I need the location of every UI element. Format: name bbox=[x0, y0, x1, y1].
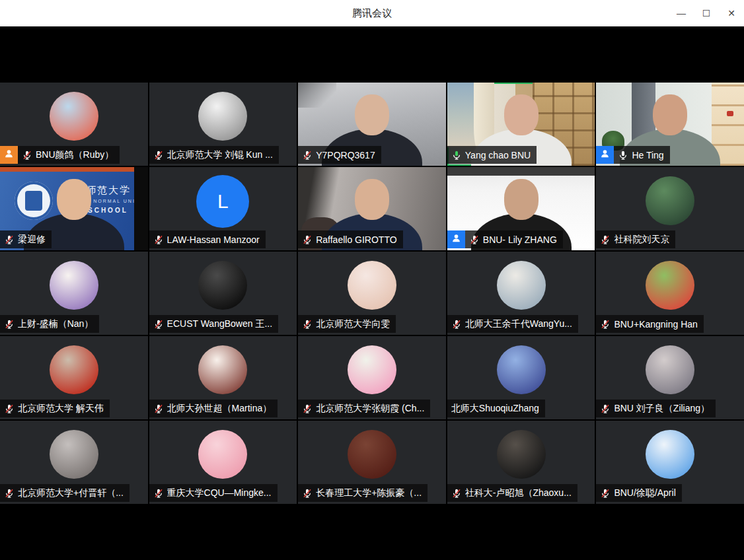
participant-avatar bbox=[348, 430, 396, 479]
user-badge bbox=[447, 230, 465, 248]
participant-label-bar: BNU颜鸽（Ruby） bbox=[0, 146, 120, 164]
participant-nameplate: 北京师范大学+付晋轩（... bbox=[0, 484, 130, 502]
participant-nameplate: BNU+Kangning Han bbox=[596, 315, 703, 333]
participant-name: 上财-盛楠（Nan） bbox=[18, 318, 93, 330]
participant-avatar bbox=[646, 430, 694, 479]
maximize-button[interactable]: ☐ bbox=[694, 0, 719, 26]
participant-label-bar: 长春理工大学+陈振豪（... bbox=[298, 484, 428, 502]
participant-label-bar: 社科大-卢昭旭（Zhaoxu... bbox=[447, 484, 577, 502]
participant-tile[interactable]: 北京师范大学向雯 bbox=[298, 252, 446, 335]
participant-nameplate: 上财-盛楠（Nan） bbox=[0, 315, 99, 333]
participant-nameplate: 北师大孙世超（Martina） bbox=[149, 400, 278, 417]
participant-tile[interactable]: 北京师范大学 刘锟 Kun ... bbox=[149, 83, 297, 166]
video-feed-face bbox=[504, 179, 539, 220]
participant-tile[interactable]: BNU/徐聪/April bbox=[596, 421, 744, 504]
participant-nameplate: 社科大-卢昭旭（Zhaoxu... bbox=[447, 484, 577, 502]
participant-avatar bbox=[646, 176, 694, 225]
minimize-button[interactable]: — bbox=[669, 0, 694, 26]
participant-tile[interactable]: 社科院刘天京 bbox=[596, 167, 744, 250]
participant-label-bar: BNU/徐聪/April bbox=[596, 484, 681, 502]
mic-muted-icon bbox=[600, 234, 611, 245]
host-badge bbox=[0, 146, 18, 164]
participant-label-bar: Yang chao BNU bbox=[447, 146, 537, 164]
participant-tile[interactable]: BNU- Lily ZHANG bbox=[447, 167, 595, 250]
participant-name: 北京师范大学+付晋轩（... bbox=[18, 487, 124, 499]
user-badge bbox=[596, 146, 614, 164]
participant-label-bar: 社科院刘天京 bbox=[596, 230, 675, 248]
participant-tile[interactable]: He Ting bbox=[596, 83, 744, 166]
participant-nameplate: LAW-Hassan Manzoor bbox=[149, 230, 266, 248]
mic-muted-icon bbox=[469, 234, 480, 245]
title-bar: 腾讯会议 — ☐ ✕ bbox=[0, 0, 744, 26]
participant-tile[interactable]: 北京师范大学 解天伟 bbox=[0, 336, 148, 419]
participant-tile[interactable]: 北京师范大学 法學院BEIJING NORMAL UNIVERSITYLAW S… bbox=[0, 167, 148, 250]
mic-muted-icon bbox=[600, 488, 611, 499]
participant-label-bar: Y7PQRQ3617 bbox=[298, 146, 381, 164]
video-feed-face bbox=[57, 179, 91, 220]
participant-label-bar: BNU- Lily ZHANG bbox=[447, 230, 563, 248]
video-feed-face bbox=[653, 94, 687, 135]
participant-avatar bbox=[198, 261, 247, 310]
participant-name: BNU颜鸽（Ruby） bbox=[36, 149, 114, 161]
participant-tile[interactable]: Yang chao BNU bbox=[447, 83, 595, 166]
mic-muted-icon bbox=[4, 319, 15, 330]
participant-name: BNU- Lily ZHANG bbox=[483, 234, 557, 245]
mic-muted-icon bbox=[302, 403, 313, 414]
red-figurine bbox=[727, 111, 733, 116]
participant-avatar bbox=[198, 430, 247, 479]
participant-avatar bbox=[50, 261, 98, 310]
banner-top-strip bbox=[0, 167, 148, 172]
mic-muted-icon bbox=[153, 319, 164, 330]
participant-tile[interactable]: 北师大ShuoqiuZhang bbox=[447, 336, 595, 419]
participant-name: 梁迎修 bbox=[18, 234, 46, 246]
participant-tile[interactable]: 重庆大学CQU—Mingke... bbox=[149, 421, 297, 504]
participant-label-bar: 北京师范大学向雯 bbox=[298, 315, 396, 333]
participant-name: 北师大王余千代WangYu... bbox=[465, 318, 572, 330]
participant-name: 社科大-卢昭旭（Zhaoxu... bbox=[465, 487, 572, 499]
participant-name: 北京师范大学张朝霞 (Ch... bbox=[316, 403, 424, 415]
participant-nameplate: BNU/徐聪/April bbox=[596, 484, 681, 502]
participant-label-bar: 北京师范大学 解天伟 bbox=[0, 400, 110, 417]
participant-tile[interactable]: BNU 刘子良（Ziliang） bbox=[596, 336, 744, 419]
participant-tile[interactable]: 北师大孙世超（Martina） bbox=[149, 336, 297, 419]
participant-tile[interactable]: BNU颜鸽（Ruby） bbox=[0, 83, 148, 166]
participant-tile[interactable]: 北师大王余千代WangYu... bbox=[447, 252, 595, 335]
participant-name: 北京师范大学向雯 bbox=[316, 318, 390, 330]
participant-nameplate: 梁迎修 bbox=[0, 230, 52, 248]
mic-muted-icon bbox=[22, 150, 32, 160]
participant-tile[interactable]: ECUST WangBowen 王... bbox=[149, 252, 297, 335]
logo-seal bbox=[25, 191, 42, 211]
person-icon bbox=[3, 148, 15, 162]
close-button[interactable]: ✕ bbox=[719, 0, 744, 26]
participant-label-bar: BNU 刘子良（Ziliang） bbox=[596, 400, 716, 417]
participant-tile[interactable]: 社科大-卢昭旭（Zhaoxu... bbox=[447, 421, 595, 504]
participant-label-bar: 北师大ShuoqiuZhang bbox=[447, 400, 545, 417]
participant-avatar bbox=[497, 430, 546, 479]
participant-label-bar: 上财-盛楠（Nan） bbox=[0, 315, 99, 333]
participant-tile[interactable]: 长春理工大学+陈振豪（... bbox=[298, 421, 446, 504]
participant-tile[interactable]: Raffaello GIROTTO bbox=[298, 167, 446, 250]
participant-name: 北师大孙世超（Martina） bbox=[167, 403, 272, 415]
participant-name: Y7PQRQ3617 bbox=[316, 150, 375, 160]
mic-muted-icon bbox=[302, 488, 313, 499]
participant-tile[interactable]: 上财-盛楠（Nan） bbox=[0, 252, 148, 335]
participant-tile[interactable]: 北京师范大学+付晋轩（... bbox=[0, 421, 148, 504]
video-feed-face bbox=[355, 94, 389, 135]
participant-nameplate: 北京师范大学向雯 bbox=[298, 315, 396, 333]
participant-name: BNU/徐聪/April bbox=[614, 487, 675, 499]
mic-muted-icon bbox=[4, 403, 15, 414]
participant-avatar bbox=[50, 92, 98, 141]
mic-muted-icon bbox=[4, 488, 15, 499]
participant-tile[interactable]: Y7PQRQ3617 bbox=[298, 83, 446, 166]
mic-muted-icon bbox=[302, 234, 313, 245]
participant-nameplate: 社科院刘天京 bbox=[596, 230, 675, 248]
ceiling-strip bbox=[447, 167, 595, 176]
participant-tile[interactable]: 北京师范大学张朝霞 (Ch... bbox=[298, 336, 446, 419]
participant-tile[interactable]: LLAW-Hassan Manzoor bbox=[149, 167, 297, 250]
participant-tile[interactable]: BNU+Kangning Han bbox=[596, 252, 744, 335]
participant-nameplate: Y7PQRQ3617 bbox=[298, 146, 381, 164]
participant-nameplate: 长春理工大学+陈振豪（... bbox=[298, 484, 428, 502]
participant-label-bar: 重庆大学CQU—Mingke... bbox=[149, 484, 278, 502]
window-title: 腾讯会议 bbox=[352, 7, 392, 20]
mic-muted-icon bbox=[153, 488, 164, 499]
